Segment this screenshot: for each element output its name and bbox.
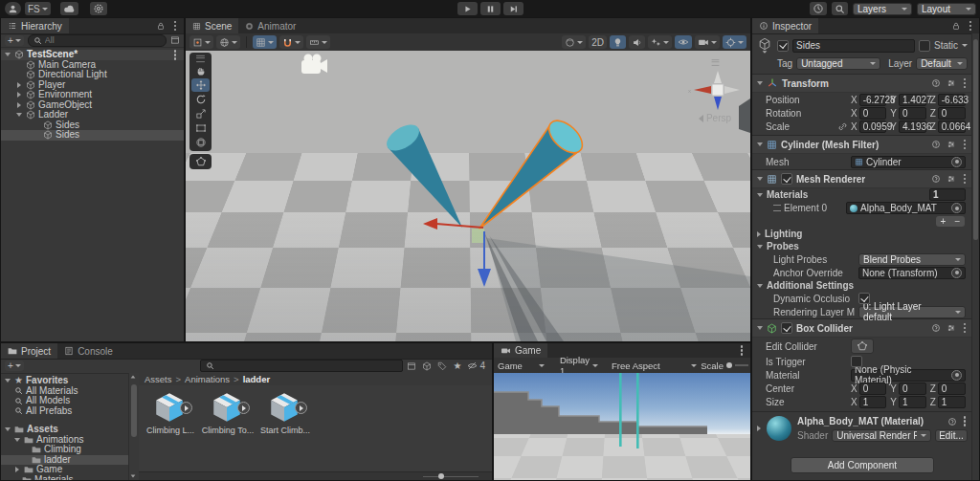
version-control-button[interactable] [90, 2, 107, 15]
tab-animator[interactable]: Animator [238, 18, 302, 33]
gameobject-icon-button[interactable] [756, 37, 773, 54]
scene-camera-gizmo-icon[interactable] [301, 53, 329, 77]
menu-icon[interactable] [741, 349, 744, 352]
snap-increment-dropdown[interactable] [279, 35, 303, 49]
object-picker-icon[interactable] [951, 370, 962, 381]
tool-handle-position-dropdown[interactable] [189, 35, 213, 49]
rotate-tool-button[interactable] [191, 93, 210, 106]
probes-foldout[interactable]: Probes [752, 240, 972, 252]
is-trigger-checkbox[interactable] [851, 356, 862, 367]
tab-hierarchy[interactable]: Hierarchy [1, 18, 69, 33]
breadcrumb-assets[interactable]: Assets [145, 374, 172, 384]
pause-button[interactable] [480, 2, 501, 15]
project-folder-row[interactable]: Assets [1, 425, 128, 435]
foldout-closed-icon[interactable] [17, 82, 21, 88]
light-probes-dropdown[interactable]: Blend Probes [858, 253, 966, 266]
size-z-field[interactable]: 1 [938, 396, 966, 408]
rendering-layer-dropdown[interactable]: 0: Light Layer default [858, 306, 966, 318]
object-picker-icon[interactable] [951, 203, 962, 213]
tab-project[interactable]: Project [1, 343, 57, 359]
step-button[interactable] [503, 2, 523, 15]
materials-foldout[interactable]: Materials 1 [752, 188, 972, 201]
scene-viewport[interactable]: x Persp [186, 51, 750, 341]
preset-icon[interactable] [947, 140, 956, 149]
tab-console[interactable]: Console [57, 343, 120, 359]
remove-material-button[interactable]: − [950, 216, 965, 227]
foldout-closed-icon[interactable] [15, 467, 19, 472]
hierarchy-item[interactable]: Sides [1, 120, 184, 131]
rotation-z-field[interactable]: 0 [938, 107, 966, 120]
name-field[interactable]: Sides [792, 39, 915, 53]
tool-orientation-dropdown[interactable] [216, 35, 240, 49]
focus-window-icon[interactable] [407, 361, 416, 371]
center-z-field[interactable]: 0 [938, 383, 966, 395]
layout-dropdown[interactable]: Layout [917, 3, 976, 15]
icon-size-slider[interactable] [423, 473, 479, 479]
center-x-field[interactable]: 0 [859, 383, 887, 395]
gizmos-dropdown[interactable] [723, 35, 746, 49]
foldout-open-icon[interactable] [757, 81, 763, 85]
gizmo-x-axis-arrow[interactable] [423, 218, 483, 230]
help-icon[interactable] [947, 417, 957, 426]
foldout-open-icon[interactable] [5, 53, 11, 56]
transform-component-header[interactable]: Transform [752, 74, 972, 93]
measure-dropdown[interactable] [306, 35, 330, 49]
mesh-filter-component-header[interactable]: Cylinder (Mesh Filter) [752, 135, 972, 154]
add-component-button[interactable]: Add Component [791, 457, 934, 473]
window-icon[interactable] [170, 35, 180, 45]
axis-gizmo-icon[interactable]: x [688, 68, 742, 112]
foldout-open-icon[interactable] [5, 427, 11, 431]
scene-visibility-toggle[interactable] [675, 35, 692, 49]
scale-x-field[interactable]: 0.0959 [859, 120, 887, 133]
camera-settings-dropdown[interactable] [695, 35, 720, 49]
account-menu-button[interactable]: FS [25, 2, 51, 15]
draw-mode-dropdown[interactable] [562, 35, 586, 49]
help-icon[interactable] [931, 78, 941, 88]
chevron-down-icon[interactable] [962, 44, 968, 47]
scroll-up-icon[interactable] [131, 375, 136, 378]
tag-dropdown[interactable]: Untagged [796, 57, 880, 70]
scrollbar-thumb[interactable] [131, 384, 137, 437]
play-badge-icon[interactable] [180, 402, 192, 414]
lighting-toggle[interactable] [610, 35, 626, 49]
tab-scene[interactable]: Scene [186, 18, 238, 33]
lighting-foldout[interactable]: Lighting [752, 228, 972, 240]
foldout-open-icon[interactable] [16, 113, 22, 117]
project-folder-row-selected[interactable]: ladder [1, 455, 128, 466]
foldout-open-icon[interactable] [5, 379, 11, 383]
rect-tool-button[interactable] [191, 121, 210, 135]
package-filter-icon[interactable] [422, 361, 432, 371]
foldout-closed-icon[interactable] [17, 92, 21, 98]
scale-slider-track[interactable] [735, 364, 748, 366]
lock-icon[interactable] [951, 21, 961, 31]
game-viewport[interactable] [494, 373, 750, 480]
material-preview-header[interactable]: Alpha_Body_MAT (Material) Shader Univers… [752, 411, 972, 446]
scale-z-field[interactable]: 0.0664 [938, 120, 966, 133]
position-y-field[interactable]: 1.4027 [899, 94, 926, 106]
project-folder-row[interactable]: Game [1, 465, 128, 475]
layers-dropdown[interactable]: Layers [853, 3, 912, 15]
hierarchy-item[interactable]: Directional Light [1, 70, 184, 80]
menu-icon[interactable] [964, 178, 967, 181]
additional-settings-foldout[interactable]: Additional Settings [752, 279, 972, 292]
help-icon[interactable] [931, 174, 941, 184]
play-badge-icon[interactable] [295, 402, 307, 414]
foldout-open-icon[interactable] [757, 177, 763, 181]
add-material-button[interactable]: + [936, 216, 950, 227]
display-mode-dropdown[interactable]: Game [494, 361, 548, 371]
scale-y-field[interactable]: 4.1936 [899, 120, 926, 133]
scale-tool-button[interactable] [191, 107, 210, 120]
hidden-count-badge[interactable]: 4 [467, 361, 485, 371]
preset-icon[interactable] [947, 323, 956, 333]
transform-tool-button[interactable] [191, 136, 210, 149]
asset-item[interactable]: Start Climb... [257, 390, 313, 472]
hierarchy-item[interactable]: Ladder [1, 110, 184, 120]
position-z-field[interactable]: -6.633 [938, 94, 966, 106]
project-folder-row[interactable]: Materials [1, 475, 128, 481]
edit-collider-button[interactable] [851, 339, 874, 354]
active-checkbox[interactable] [777, 40, 789, 52]
hierarchy-item-selected[interactable]: Sides [1, 130, 184, 141]
slider-knob[interactable] [438, 473, 444, 479]
object-picker-icon[interactable] [951, 268, 962, 278]
favorite-item[interactable]: All Prefabs [1, 406, 128, 417]
